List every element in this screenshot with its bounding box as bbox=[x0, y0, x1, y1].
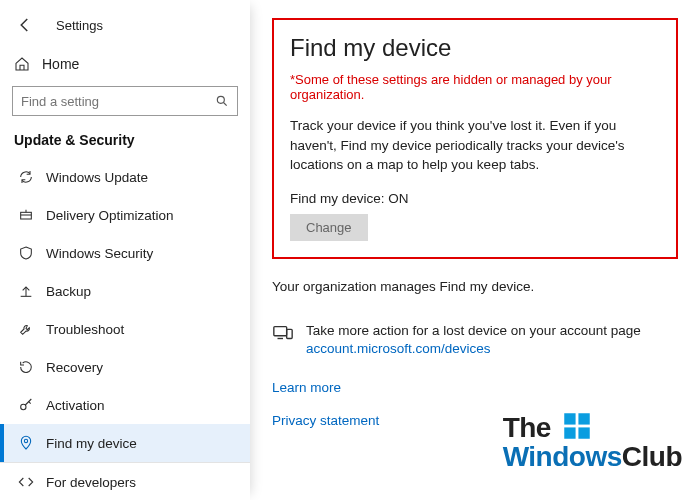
sidebar-item-delivery-optimization[interactable]: Delivery Optimization bbox=[0, 196, 250, 234]
search-icon bbox=[215, 94, 229, 108]
svg-rect-4 bbox=[274, 326, 287, 335]
home-icon bbox=[14, 56, 30, 72]
sync-icon bbox=[18, 169, 34, 185]
section-label: Update & Security bbox=[0, 126, 250, 158]
nav-label: Windows Security bbox=[46, 246, 153, 261]
sidebar-item-for-developers[interactable]: For developers bbox=[0, 463, 250, 500]
sidebar-item-home[interactable]: Home bbox=[0, 46, 250, 82]
sidebar: Settings Home Update & Security Windows … bbox=[0, 0, 250, 500]
privacy-link[interactable]: Privacy statement bbox=[272, 413, 678, 428]
content-pane: Find my device *Some of these settings a… bbox=[250, 0, 700, 500]
nav-label: For developers bbox=[46, 475, 136, 490]
window-title: Settings bbox=[56, 18, 103, 33]
more-action-text: Take more action for a lost device on yo… bbox=[306, 322, 641, 340]
sidebar-item-recovery[interactable]: Recovery bbox=[0, 348, 250, 386]
feature-description: Track your device if you think you've lo… bbox=[290, 116, 660, 175]
org-note: Your organization manages Find my device… bbox=[272, 279, 678, 294]
devices-icon bbox=[272, 322, 294, 344]
code-icon bbox=[18, 474, 34, 490]
sidebar-item-troubleshoot[interactable]: Troubleshoot bbox=[0, 310, 250, 348]
more-action-row: Take more action for a lost device on yo… bbox=[272, 322, 678, 358]
sidebar-item-find-my-device[interactable]: Find my device bbox=[0, 424, 250, 462]
org-warning: *Some of these settings are hidden or ma… bbox=[290, 72, 660, 102]
svg-point-0 bbox=[217, 96, 224, 103]
sidebar-item-backup[interactable]: Backup bbox=[0, 272, 250, 310]
nav-label: Backup bbox=[46, 284, 91, 299]
wrench-icon bbox=[18, 321, 34, 337]
nav-label: Troubleshoot bbox=[46, 322, 124, 337]
devices-link[interactable]: account.microsoft.com/devices bbox=[306, 340, 491, 358]
key-icon bbox=[18, 397, 34, 413]
shield-icon bbox=[18, 245, 34, 261]
search-field[interactable] bbox=[21, 94, 215, 109]
backup-icon bbox=[18, 283, 34, 299]
status-text: Find my device: ON bbox=[290, 191, 660, 206]
sidebar-item-windows-security[interactable]: Windows Security bbox=[0, 234, 250, 272]
svg-rect-5 bbox=[287, 329, 293, 338]
nav-label: Windows Update bbox=[46, 170, 148, 185]
recovery-icon bbox=[18, 359, 34, 375]
nav-list: Windows Update Delivery Optimization Win… bbox=[0, 158, 250, 500]
nav-label: Activation bbox=[46, 398, 105, 413]
location-icon bbox=[18, 435, 34, 451]
highlighted-region: Find my device *Some of these settings a… bbox=[272, 18, 678, 259]
home-label: Home bbox=[42, 56, 79, 72]
learn-more-link[interactable]: Learn more bbox=[272, 380, 678, 395]
nav-label: Find my device bbox=[46, 436, 137, 451]
svg-point-3 bbox=[24, 439, 27, 442]
nav-label: Recovery bbox=[46, 360, 103, 375]
sidebar-item-windows-update[interactable]: Windows Update bbox=[0, 158, 250, 196]
svg-rect-1 bbox=[21, 212, 32, 219]
search-input[interactable] bbox=[12, 86, 238, 116]
page-title: Find my device bbox=[290, 34, 660, 62]
delivery-icon bbox=[18, 207, 34, 223]
back-button[interactable] bbox=[14, 14, 36, 36]
nav-label: Delivery Optimization bbox=[46, 208, 174, 223]
watermark-line2a: Windows bbox=[503, 441, 622, 472]
sidebar-item-activation[interactable]: Activation bbox=[0, 386, 250, 424]
watermark-line2b: Club bbox=[622, 441, 682, 472]
change-button[interactable]: Change bbox=[290, 214, 368, 241]
svg-point-2 bbox=[21, 404, 26, 409]
